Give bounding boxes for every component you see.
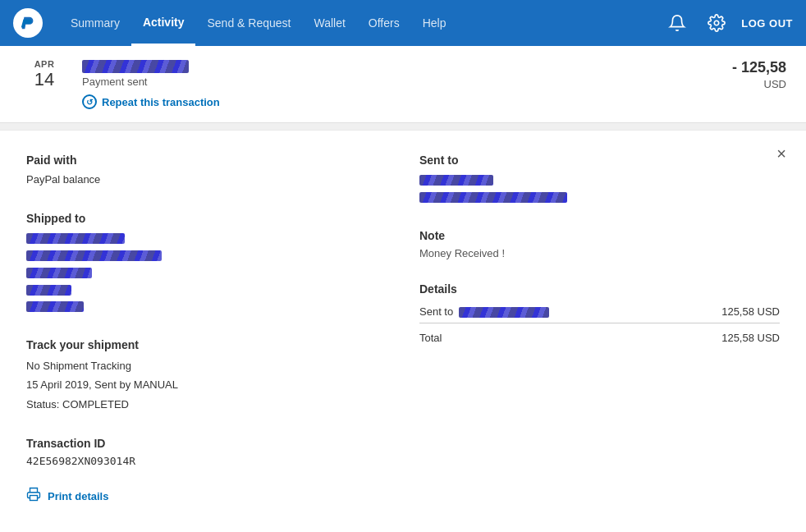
printer-icon bbox=[26, 487, 41, 505]
sent-to-section: Sent to bbox=[419, 154, 780, 206]
track-label: Track your shipment bbox=[26, 338, 370, 351]
nav-activity[interactable]: Activity bbox=[131, 0, 196, 46]
navbar: Summary Activity Send & Request Wallet O… bbox=[0, 0, 806, 46]
redacted-email bbox=[419, 192, 567, 203]
amount-currency: USD bbox=[688, 78, 786, 90]
close-detail-button[interactable]: × bbox=[776, 145, 786, 162]
detail-grid: Paid with PayPal balance Shipped to Trac… bbox=[26, 154, 780, 505]
details-sent-label: Sent to bbox=[419, 300, 668, 323]
redacted-details-name bbox=[459, 307, 549, 318]
print-details-link[interactable]: Print details bbox=[26, 487, 108, 505]
txn-id-label: Transaction ID bbox=[26, 437, 370, 450]
date-day: 14 bbox=[20, 69, 69, 90]
nav-help[interactable]: Help bbox=[411, 0, 458, 46]
transaction-name bbox=[82, 59, 688, 73]
redacted-name bbox=[82, 60, 189, 73]
payment-status: Payment sent bbox=[82, 76, 688, 88]
section-divider bbox=[0, 123, 806, 130]
amount-value: - 125,58 bbox=[688, 59, 786, 76]
nav-offers[interactable]: Offers bbox=[357, 0, 411, 46]
note-section: Note Money Received ! bbox=[419, 229, 780, 259]
repeat-transaction-link[interactable]: ↺ Repeat this transaction bbox=[82, 94, 220, 109]
print-label: Print details bbox=[48, 490, 108, 502]
nav-links: Summary Activity Send & Request Wallet O… bbox=[59, 0, 662, 46]
shipped-to-address bbox=[26, 230, 370, 315]
nav-right: LOG OUT bbox=[662, 8, 793, 38]
details-section: Details Sent to 125,58 USD Total 125,58 … bbox=[419, 282, 780, 349]
redacted-addr3 bbox=[26, 268, 92, 278]
paid-with-value: PayPal balance bbox=[26, 172, 370, 189]
details-sent-row: Sent to 125,58 USD bbox=[419, 300, 780, 323]
sent-to-label: Sent to bbox=[419, 154, 780, 167]
redacted-sent-name bbox=[419, 175, 493, 186]
transaction-row: APR 14 Payment sent ↺ Repeat this transa… bbox=[0, 46, 806, 123]
txn-id-section: Transaction ID 42E56982XN093014R bbox=[26, 437, 370, 467]
notifications-button[interactable] bbox=[662, 8, 692, 38]
total-amount: 125,58 USD bbox=[668, 323, 780, 349]
transaction-amount: - 125,58 USD bbox=[688, 59, 786, 90]
details-label: Details bbox=[419, 282, 780, 296]
details-total-row: Total 125,58 USD bbox=[419, 323, 780, 349]
paid-with-section: Paid with PayPal balance bbox=[26, 154, 370, 189]
detail-right-col: Sent to Note Money Received ! Details bbox=[403, 154, 780, 505]
nav-send-request[interactable]: Send & Request bbox=[195, 0, 302, 46]
detail-left-col: Paid with PayPal balance Shipped to Trac… bbox=[26, 154, 403, 505]
no-tracking: No Shipment Tracking bbox=[26, 356, 370, 375]
shipped-to-section: Shipped to bbox=[26, 212, 370, 315]
total-label: Total bbox=[419, 323, 668, 349]
redacted-city bbox=[26, 301, 84, 312]
transaction-date: APR 14 bbox=[20, 59, 69, 90]
track-value: No Shipment Tracking 15 April 2019, Sent… bbox=[26, 356, 370, 414]
main-content: APR 14 Payment sent ↺ Repeat this transa… bbox=[0, 46, 806, 532]
redacted-addr4 bbox=[26, 285, 71, 296]
settings-button[interactable] bbox=[702, 8, 731, 38]
nav-summary[interactable]: Summary bbox=[59, 0, 131, 46]
txn-id-value: 42E56982XN093014R bbox=[26, 455, 370, 467]
date-month: APR bbox=[20, 59, 69, 69]
svg-rect-1 bbox=[30, 496, 38, 501]
details-table: Sent to 125,58 USD Total 125,58 USD bbox=[419, 300, 780, 349]
detail-panel: × Paid with PayPal balance Shipped to bbox=[0, 130, 806, 528]
note-value: Money Received ! bbox=[419, 247, 780, 259]
transaction-info: Payment sent ↺ Repeat this transaction bbox=[82, 59, 688, 109]
nav-wallet[interactable]: Wallet bbox=[302, 0, 356, 46]
logout-button[interactable]: LOG OUT bbox=[741, 17, 793, 30]
sent-to-value bbox=[419, 172, 780, 206]
repeat-icon: ↺ bbox=[82, 94, 97, 109]
track-date: 15 April 2019, Sent by MANUAL bbox=[26, 375, 370, 394]
note-label: Note bbox=[419, 229, 780, 242]
redacted-addr1 bbox=[26, 233, 125, 244]
redacted-addr2 bbox=[26, 250, 162, 261]
details-sent-amount: 125,58 USD bbox=[668, 300, 780, 323]
paypal-logo[interactable] bbox=[13, 8, 43, 38]
shipped-to-label: Shipped to bbox=[26, 212, 370, 225]
track-status: Status: COMPLETED bbox=[26, 395, 370, 414]
track-shipment-section: Track your shipment No Shipment Tracking… bbox=[26, 338, 370, 414]
svg-point-0 bbox=[715, 21, 720, 25]
paid-with-label: Paid with bbox=[26, 154, 370, 167]
